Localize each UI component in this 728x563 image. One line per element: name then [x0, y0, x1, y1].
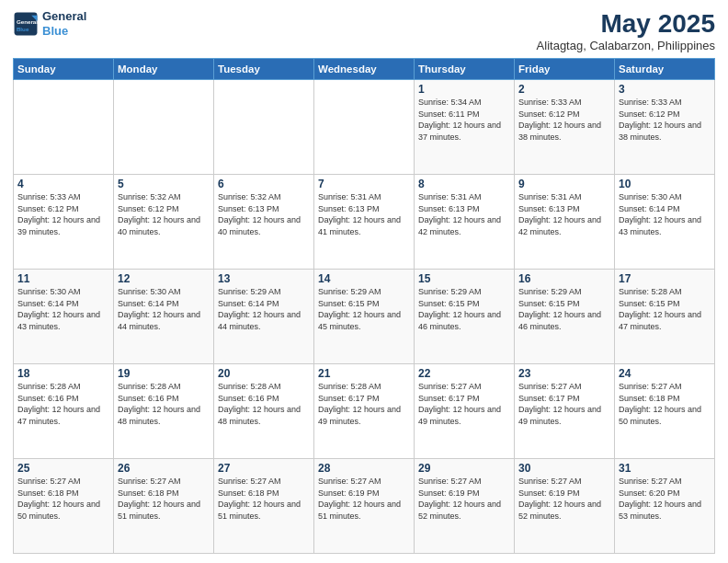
- header-monday: Monday: [114, 59, 214, 80]
- header-tuesday: Tuesday: [214, 59, 314, 80]
- calendar-cell-w4-d2: 20Sunrise: 5:28 AM Sunset: 6:16 PM Dayli…: [214, 364, 314, 459]
- calendar-cell-w5-d4: 29Sunrise: 5:27 AM Sunset: 6:19 PM Dayli…: [415, 459, 515, 554]
- day-number: 26: [118, 462, 210, 475]
- calendar-cell-w3-d5: 16Sunrise: 5:29 AM Sunset: 6:15 PM Dayli…: [515, 270, 615, 364]
- day-info: Sunrise: 5:28 AM Sunset: 6:16 PM Dayligh…: [17, 381, 109, 427]
- day-info: Sunrise: 5:27 AM Sunset: 6:18 PM Dayligh…: [619, 381, 711, 427]
- header-sunday: Sunday: [14, 59, 114, 80]
- calendar-cell-w1-d4: 1Sunrise: 5:34 AM Sunset: 6:11 PM Daylig…: [415, 80, 515, 175]
- calendar-cell-w2-d5: 9Sunrise: 5:31 AM Sunset: 6:13 PM Daylig…: [515, 175, 615, 270]
- day-number: 13: [218, 272, 310, 285]
- day-number: 15: [418, 272, 510, 285]
- header: General Blue General Blue May 2025 Alita…: [13, 9, 715, 52]
- day-number: 23: [518, 367, 610, 380]
- day-number: 20: [218, 367, 310, 380]
- day-info: Sunrise: 5:34 AM Sunset: 6:11 PM Dayligh…: [418, 97, 510, 143]
- svg-text:Blue: Blue: [17, 25, 29, 31]
- day-number: 30: [518, 462, 610, 475]
- day-info: Sunrise: 5:32 AM Sunset: 6:13 PM Dayligh…: [218, 191, 310, 237]
- calendar-cell-w2-d1: 5Sunrise: 5:32 AM Sunset: 6:12 PM Daylig…: [114, 175, 214, 270]
- day-info: Sunrise: 5:29 AM Sunset: 6:15 PM Dayligh…: [318, 286, 410, 332]
- day-number: 18: [17, 367, 109, 380]
- calendar-cell-w5-d5: 30Sunrise: 5:27 AM Sunset: 6:19 PM Dayli…: [515, 459, 615, 554]
- day-info: Sunrise: 5:27 AM Sunset: 6:19 PM Dayligh…: [418, 476, 510, 522]
- week-row-1: 1Sunrise: 5:34 AM Sunset: 6:11 PM Daylig…: [14, 80, 715, 175]
- calendar-cell-w5-d0: 25Sunrise: 5:27 AM Sunset: 6:18 PM Dayli…: [14, 459, 114, 554]
- day-info: Sunrise: 5:33 AM Sunset: 6:12 PM Dayligh…: [17, 191, 109, 237]
- day-number: 3: [619, 83, 711, 96]
- day-number: 9: [518, 178, 610, 190]
- title-block: May 2025 Alitagtag, Calabarzon, Philippi…: [537, 9, 715, 52]
- day-info: Sunrise: 5:28 AM Sunset: 6:16 PM Dayligh…: [118, 381, 210, 427]
- day-number: 21: [318, 367, 410, 380]
- day-number: 22: [418, 367, 510, 380]
- calendar-cell-w2-d0: 4Sunrise: 5:33 AM Sunset: 6:12 PM Daylig…: [14, 175, 114, 270]
- calendar-cell-w4-d3: 21Sunrise: 5:28 AM Sunset: 6:17 PM Dayli…: [314, 364, 415, 459]
- calendar-cell-w4-d1: 19Sunrise: 5:28 AM Sunset: 6:16 PM Dayli…: [114, 364, 214, 459]
- day-info: Sunrise: 5:27 AM Sunset: 6:18 PM Dayligh…: [118, 476, 210, 522]
- day-number: 16: [518, 272, 610, 285]
- calendar-cell-w1-d3: [314, 80, 415, 175]
- calendar-cell-w1-d6: 3Sunrise: 5:33 AM Sunset: 6:12 PM Daylig…: [615, 80, 715, 175]
- weekday-header-row: Sunday Monday Tuesday Wednesday Thursday…: [14, 59, 715, 80]
- calendar-cell-w3-d0: 11Sunrise: 5:30 AM Sunset: 6:14 PM Dayli…: [14, 270, 114, 364]
- day-info: Sunrise: 5:27 AM Sunset: 6:19 PM Dayligh…: [518, 476, 610, 522]
- day-number: 12: [118, 272, 210, 285]
- logo: General Blue General Blue: [13, 9, 86, 38]
- day-info: Sunrise: 5:30 AM Sunset: 6:14 PM Dayligh…: [619, 191, 711, 237]
- calendar-page: General Blue General Blue May 2025 Alita…: [0, 0, 728, 563]
- day-info: Sunrise: 5:31 AM Sunset: 6:13 PM Dayligh…: [518, 191, 610, 237]
- calendar-cell-w4-d4: 22Sunrise: 5:27 AM Sunset: 6:17 PM Dayli…: [415, 364, 515, 459]
- logo-text: General Blue: [42, 9, 86, 38]
- day-info: Sunrise: 5:27 AM Sunset: 6:17 PM Dayligh…: [518, 381, 610, 427]
- day-number: 11: [17, 272, 109, 285]
- day-info: Sunrise: 5:31 AM Sunset: 6:13 PM Dayligh…: [318, 191, 410, 237]
- day-number: 5: [118, 178, 210, 190]
- calendar-cell-w3-d2: 13Sunrise: 5:29 AM Sunset: 6:14 PM Dayli…: [214, 270, 314, 364]
- calendar-cell-w2-d2: 6Sunrise: 5:32 AM Sunset: 6:13 PM Daylig…: [214, 175, 314, 270]
- header-thursday: Thursday: [415, 59, 515, 80]
- day-number: 10: [619, 178, 711, 190]
- day-info: Sunrise: 5:29 AM Sunset: 6:14 PM Dayligh…: [218, 286, 310, 332]
- day-info: Sunrise: 5:32 AM Sunset: 6:12 PM Dayligh…: [118, 191, 210, 237]
- day-info: Sunrise: 5:33 AM Sunset: 6:12 PM Dayligh…: [518, 97, 610, 143]
- day-info: Sunrise: 5:30 AM Sunset: 6:14 PM Dayligh…: [118, 286, 210, 332]
- day-number: 29: [418, 462, 510, 475]
- day-info: Sunrise: 5:27 AM Sunset: 6:18 PM Dayligh…: [218, 476, 310, 522]
- header-saturday: Saturday: [615, 59, 715, 80]
- day-info: Sunrise: 5:29 AM Sunset: 6:15 PM Dayligh…: [418, 286, 510, 332]
- day-info: Sunrise: 5:33 AM Sunset: 6:12 PM Dayligh…: [619, 97, 711, 143]
- calendar-cell-w4-d6: 24Sunrise: 5:27 AM Sunset: 6:18 PM Dayli…: [615, 364, 715, 459]
- week-row-4: 18Sunrise: 5:28 AM Sunset: 6:16 PM Dayli…: [14, 364, 715, 459]
- day-number: 24: [619, 367, 711, 380]
- day-number: 2: [518, 83, 610, 96]
- calendar-cell-w5-d1: 26Sunrise: 5:27 AM Sunset: 6:18 PM Dayli…: [114, 459, 214, 554]
- day-info: Sunrise: 5:31 AM Sunset: 6:13 PM Dayligh…: [418, 191, 510, 237]
- day-number: 31: [619, 462, 711, 475]
- day-number: 14: [318, 272, 410, 285]
- day-number: 19: [118, 367, 210, 380]
- day-number: 17: [619, 272, 711, 285]
- svg-text:General: General: [17, 18, 38, 25]
- calendar-cell-w2-d4: 8Sunrise: 5:31 AM Sunset: 6:13 PM Daylig…: [415, 175, 515, 270]
- day-number: 7: [318, 178, 410, 190]
- day-number: 4: [17, 178, 109, 190]
- calendar-cell-w4-d0: 18Sunrise: 5:28 AM Sunset: 6:16 PM Dayli…: [14, 364, 114, 459]
- calendar-cell-w1-d5: 2Sunrise: 5:33 AM Sunset: 6:12 PM Daylig…: [515, 80, 615, 175]
- main-title: May 2025: [537, 9, 715, 39]
- day-info: Sunrise: 5:27 AM Sunset: 6:20 PM Dayligh…: [619, 476, 711, 522]
- header-wednesday: Wednesday: [314, 59, 415, 80]
- day-info: Sunrise: 5:28 AM Sunset: 6:17 PM Dayligh…: [318, 381, 410, 427]
- day-number: 28: [318, 462, 410, 475]
- calendar-cell-w3-d6: 17Sunrise: 5:28 AM Sunset: 6:15 PM Dayli…: [615, 270, 715, 364]
- day-info: Sunrise: 5:27 AM Sunset: 6:18 PM Dayligh…: [17, 476, 109, 522]
- header-friday: Friday: [515, 59, 615, 80]
- day-info: Sunrise: 5:27 AM Sunset: 6:17 PM Dayligh…: [418, 381, 510, 427]
- day-number: 1: [418, 83, 510, 96]
- calendar-cell-w2-d6: 10Sunrise: 5:30 AM Sunset: 6:14 PM Dayli…: [615, 175, 715, 270]
- calendar-cell-w2-d3: 7Sunrise: 5:31 AM Sunset: 6:13 PM Daylig…: [314, 175, 415, 270]
- calendar-table: Sunday Monday Tuesday Wednesday Thursday…: [13, 58, 715, 554]
- day-info: Sunrise: 5:29 AM Sunset: 6:15 PM Dayligh…: [518, 286, 610, 332]
- calendar-cell-w5-d2: 27Sunrise: 5:27 AM Sunset: 6:18 PM Dayli…: [214, 459, 314, 554]
- calendar-cell-w3-d4: 15Sunrise: 5:29 AM Sunset: 6:15 PM Dayli…: [415, 270, 515, 364]
